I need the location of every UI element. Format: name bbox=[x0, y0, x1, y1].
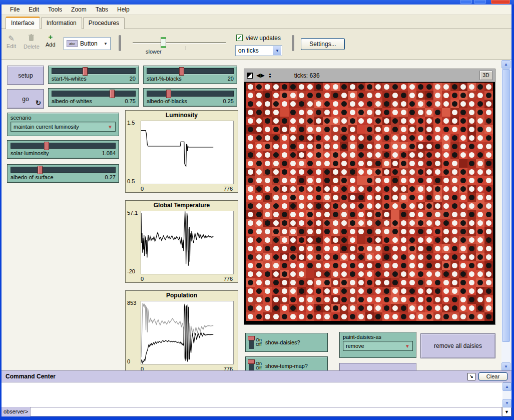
patch[interactable] bbox=[289, 185, 297, 193]
command-input[interactable] bbox=[30, 407, 502, 416]
patch[interactable] bbox=[340, 108, 348, 117]
patch[interactable] bbox=[416, 270, 425, 278]
patch[interactable] bbox=[348, 159, 357, 168]
patch[interactable] bbox=[314, 304, 323, 312]
patch[interactable] bbox=[365, 219, 374, 227]
patch[interactable] bbox=[348, 142, 357, 151]
patch[interactable] bbox=[425, 244, 433, 253]
patch[interactable] bbox=[331, 117, 340, 125]
patch[interactable] bbox=[459, 134, 467, 142]
patch[interactable] bbox=[314, 193, 323, 202]
patch[interactable] bbox=[399, 125, 408, 134]
patch[interactable] bbox=[425, 253, 433, 261]
patch[interactable] bbox=[297, 193, 306, 202]
patch[interactable] bbox=[331, 125, 340, 134]
patch[interactable] bbox=[357, 125, 365, 134]
paint-daisies-as-chooser[interactable]: paint-daisies-as remove ▼ bbox=[339, 332, 416, 358]
show-temp-map-switch[interactable]: OnOff show-temp-map? bbox=[245, 356, 328, 370]
tab-procedures[interactable]: Procedures bbox=[83, 17, 125, 29]
patch[interactable] bbox=[476, 261, 484, 270]
patch[interactable] bbox=[246, 176, 255, 185]
patch[interactable] bbox=[476, 168, 484, 176]
patch[interactable] bbox=[289, 244, 297, 253]
patch[interactable] bbox=[450, 108, 459, 117]
patch[interactable] bbox=[314, 159, 323, 168]
patch[interactable] bbox=[374, 210, 382, 219]
patch[interactable] bbox=[374, 142, 382, 151]
patch[interactable] bbox=[382, 210, 391, 219]
patch[interactable] bbox=[306, 142, 314, 151]
patch[interactable] bbox=[272, 176, 280, 185]
patch[interactable] bbox=[416, 91, 425, 100]
slider-handle[interactable] bbox=[166, 90, 171, 98]
patch[interactable] bbox=[357, 270, 365, 278]
patch[interactable] bbox=[382, 287, 391, 295]
patch[interactable] bbox=[467, 210, 476, 219]
slider-handle[interactable] bbox=[110, 90, 115, 98]
chevron-down-icon[interactable]: ▼ bbox=[273, 46, 281, 55]
patch[interactable] bbox=[280, 287, 289, 295]
patch[interactable] bbox=[433, 151, 442, 159]
patch[interactable] bbox=[374, 117, 382, 125]
patch[interactable] bbox=[467, 100, 476, 108]
patch[interactable] bbox=[340, 287, 348, 295]
patch[interactable] bbox=[408, 295, 416, 304]
slider-track[interactable] bbox=[147, 68, 234, 74]
patch[interactable] bbox=[348, 219, 357, 227]
patch[interactable] bbox=[272, 108, 280, 117]
patch[interactable] bbox=[467, 151, 476, 159]
patch[interactable] bbox=[467, 108, 476, 117]
patch[interactable] bbox=[450, 176, 459, 185]
patch[interactable] bbox=[459, 100, 467, 108]
patch[interactable] bbox=[484, 202, 493, 210]
patch[interactable] bbox=[340, 244, 348, 253]
patch[interactable] bbox=[484, 253, 493, 261]
patch[interactable] bbox=[382, 236, 391, 244]
patch[interactable] bbox=[272, 83, 280, 91]
patch[interactable] bbox=[314, 168, 323, 176]
patch[interactable] bbox=[306, 295, 314, 304]
patch[interactable] bbox=[467, 83, 476, 91]
patch[interactable] bbox=[433, 134, 442, 142]
patch[interactable] bbox=[433, 202, 442, 210]
patch[interactable] bbox=[331, 295, 340, 304]
patch[interactable] bbox=[340, 236, 348, 244]
patch[interactable] bbox=[408, 287, 416, 295]
patch[interactable] bbox=[289, 142, 297, 151]
patch[interactable] bbox=[263, 219, 272, 227]
patch[interactable] bbox=[263, 125, 272, 134]
patch[interactable] bbox=[467, 91, 476, 100]
patch[interactable] bbox=[255, 312, 263, 321]
patch[interactable] bbox=[382, 185, 391, 193]
patch[interactable] bbox=[263, 151, 272, 159]
patch[interactable] bbox=[306, 227, 314, 236]
patch[interactable] bbox=[476, 244, 484, 253]
patch[interactable] bbox=[450, 287, 459, 295]
patch[interactable] bbox=[459, 312, 467, 321]
patch[interactable] bbox=[433, 270, 442, 278]
patch[interactable] bbox=[442, 91, 450, 100]
patch[interactable] bbox=[391, 270, 399, 278]
patch[interactable] bbox=[425, 210, 433, 219]
patch[interactable] bbox=[323, 134, 331, 142]
patch[interactable] bbox=[357, 253, 365, 261]
slider-track[interactable] bbox=[147, 91, 234, 97]
patch[interactable] bbox=[484, 210, 493, 219]
patch[interactable] bbox=[374, 227, 382, 236]
patch[interactable] bbox=[357, 304, 365, 312]
patch[interactable] bbox=[365, 304, 374, 312]
detach-icon[interactable]: ↘ bbox=[467, 373, 475, 380]
patch[interactable] bbox=[297, 142, 306, 151]
patch[interactable] bbox=[348, 312, 357, 321]
patch[interactable] bbox=[442, 253, 450, 261]
patch[interactable] bbox=[255, 151, 263, 159]
patch[interactable] bbox=[467, 227, 476, 236]
patch[interactable] bbox=[297, 236, 306, 244]
patch[interactable] bbox=[289, 270, 297, 278]
patch[interactable] bbox=[289, 253, 297, 261]
patch[interactable] bbox=[357, 244, 365, 253]
patch[interactable] bbox=[484, 193, 493, 202]
patch[interactable] bbox=[348, 295, 357, 304]
patch[interactable] bbox=[255, 253, 263, 261]
patch[interactable] bbox=[263, 261, 272, 270]
